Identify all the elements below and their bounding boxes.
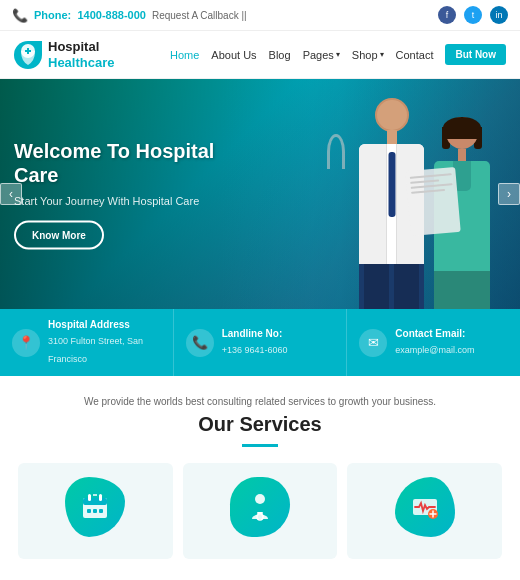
doctor-male-legs bbox=[359, 264, 424, 309]
service-icon-calendar bbox=[65, 477, 125, 537]
service-card-2[interactable] bbox=[183, 463, 338, 559]
logo[interactable]: Hospital Healthcare bbox=[14, 39, 114, 70]
callback-text[interactable]: Request A Callback || bbox=[152, 10, 247, 21]
stethoscope-icon bbox=[327, 134, 345, 169]
services-section: We provide the worlds best consulting re… bbox=[0, 376, 520, 569]
service-icon-doctor bbox=[230, 477, 290, 537]
svg-rect-2 bbox=[83, 498, 107, 505]
svg-rect-7 bbox=[99, 509, 103, 513]
email-value: example@mail.com bbox=[395, 345, 474, 355]
logo-line1: Hospital bbox=[48, 39, 114, 55]
nav-blog[interactable]: Blog bbox=[269, 49, 291, 61]
twitter-icon[interactable]: t bbox=[464, 6, 482, 24]
hero-prev-arrow[interactable]: ‹ bbox=[0, 183, 22, 205]
svg-rect-5 bbox=[87, 509, 91, 513]
tie bbox=[388, 152, 395, 217]
logo-text: Hospital Healthcare bbox=[48, 39, 114, 70]
nav-home[interactable]: Home bbox=[170, 49, 199, 61]
doctor-female-legs bbox=[434, 271, 490, 309]
email-icon: ✉ bbox=[359, 329, 387, 357]
service-card-1[interactable] bbox=[18, 463, 173, 559]
nav-pages[interactable]: Pages ▾ bbox=[303, 49, 340, 61]
main-nav: Home About Us Blog Pages ▾ Shop ▾ Contac… bbox=[170, 44, 506, 65]
doctor-male-head bbox=[375, 98, 409, 132]
social-icons: f t in bbox=[438, 6, 508, 24]
location-icon: 📍 bbox=[12, 329, 40, 357]
hero-cta-button[interactable]: Know More bbox=[14, 221, 104, 250]
email-label: Contact Email: bbox=[395, 328, 474, 339]
phone-number: 1400-888-000 bbox=[77, 9, 146, 21]
chevron-down-icon-2: ▾ bbox=[380, 50, 384, 59]
phone-label-2: Landline No: bbox=[222, 328, 288, 339]
svg-rect-6 bbox=[93, 509, 97, 513]
chevron-down-icon: ▾ bbox=[336, 50, 340, 59]
service-card-3[interactable] bbox=[347, 463, 502, 559]
service-icon-heart bbox=[395, 477, 455, 537]
doctor-female-head-wrap bbox=[446, 117, 478, 149]
svg-rect-3 bbox=[88, 494, 91, 501]
address-label: Hospital Address bbox=[48, 319, 161, 330]
top-bar-left: 📞 Phone: 1400-888-000 Request A Callback… bbox=[12, 8, 247, 23]
logo-line2: Healthcare bbox=[48, 55, 114, 71]
nav-shop[interactable]: Shop ▾ bbox=[352, 49, 384, 61]
service-cards bbox=[14, 463, 506, 559]
nav-contact[interactable]: Contact bbox=[396, 49, 434, 61]
services-tagline: We provide the worlds best consulting re… bbox=[14, 396, 506, 407]
address-value: 3100 Fulton Street, San Francisco bbox=[48, 336, 143, 364]
info-bar: 📍 Hospital Address 3100 Fulton Street, S… bbox=[0, 309, 520, 376]
info-address: 📍 Hospital Address 3100 Fulton Street, S… bbox=[0, 309, 174, 376]
hero-subtitle: Start Your Journey With Hospital Care bbox=[14, 195, 234, 207]
phone-value: +136 9641-6060 bbox=[222, 345, 288, 355]
info-email: ✉ Contact Email: example@mail.com bbox=[347, 309, 520, 376]
logo-icon bbox=[14, 41, 42, 69]
hero-content: Welcome To Hospital Care Start Your Jour… bbox=[14, 139, 234, 250]
services-underline bbox=[242, 444, 278, 447]
phone-label: Phone: 1400-888-000 bbox=[34, 9, 146, 21]
doctor-female-neck bbox=[458, 149, 466, 161]
info-email-text: Contact Email: example@mail.com bbox=[395, 328, 474, 357]
doctor-male-neck bbox=[387, 130, 397, 144]
nav-about[interactable]: About Us bbox=[211, 49, 256, 61]
hero-section: Welcome To Hospital Care Start Your Jour… bbox=[0, 79, 520, 309]
phone-icon-2: 📞 bbox=[186, 329, 214, 357]
info-phone-text: Landline No: +136 9641-6060 bbox=[222, 328, 288, 357]
services-title: Our Services bbox=[14, 413, 506, 436]
document bbox=[405, 167, 460, 236]
svg-rect-4 bbox=[99, 494, 102, 501]
coat-left bbox=[359, 144, 387, 264]
svg-point-8 bbox=[255, 494, 265, 504]
hero-title: Welcome To Hospital Care bbox=[14, 139, 234, 187]
phone-icon: 📞 bbox=[12, 8, 28, 23]
facebook-icon[interactable]: f bbox=[438, 6, 456, 24]
linkedin-icon[interactable]: in bbox=[490, 6, 508, 24]
info-phone: 📞 Landline No: +136 9641-6060 bbox=[174, 309, 348, 376]
top-bar: 📞 Phone: 1400-888-000 Request A Callback… bbox=[0, 0, 520, 31]
info-address-text: Hospital Address 3100 Fulton Street, San… bbox=[48, 319, 161, 366]
hero-next-arrow[interactable]: › bbox=[498, 183, 520, 205]
hair-top bbox=[443, 117, 481, 139]
cta-button[interactable]: But Now bbox=[445, 44, 506, 65]
site-header: Hospital Healthcare Home About Us Blog P… bbox=[0, 31, 520, 79]
